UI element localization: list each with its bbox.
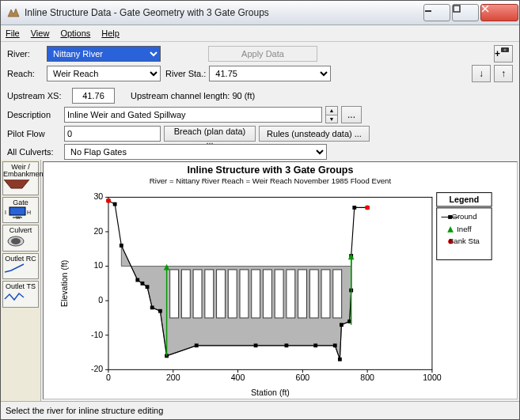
description-browse-button[interactable]: ... — [341, 106, 362, 123]
svg-text:H: H — [27, 210, 31, 215]
svg-text:Legend: Legend — [450, 195, 480, 204]
svg-text:River = Nittany River   Reach : River = Nittany River Reach = Weir Reach… — [150, 176, 392, 185]
tool-culvert[interactable]: Culvert — [2, 225, 39, 251]
app-icon — [7, 6, 20, 19]
svg-text:-20: -20 — [91, 364, 103, 373]
svg-text:Elevation (ft): Elevation (ft) — [59, 260, 69, 307]
svg-rect-40 — [170, 270, 179, 318]
menu-view[interactable]: View — [31, 28, 50, 38]
svg-point-80 — [106, 199, 111, 203]
svg-rect-51 — [298, 270, 307, 318]
upstream-len-label: Upstream channel length: 90 (ft) — [131, 91, 255, 100]
svg-text:0: 0 — [98, 295, 103, 305]
tool-outlet-rc[interactable]: Outlet RC — [2, 253, 39, 279]
reach-label: Reach: — [7, 69, 44, 78]
svg-rect-58 — [135, 278, 139, 282]
svg-text:0: 0 — [106, 373, 111, 382]
svg-rect-59 — [141, 282, 145, 286]
status-text: Select the river for inline structure ed… — [6, 406, 163, 415]
upstream-xs-label: Upstream XS: — [7, 91, 69, 100]
svg-text:Ground: Ground — [451, 212, 476, 221]
svg-text:I: I — [5, 210, 6, 215]
svg-rect-62 — [158, 309, 162, 313]
svg-rect-7 — [9, 207, 25, 215]
close-button[interactable] — [480, 4, 518, 21]
svg-point-5 — [503, 48, 506, 51]
pilot-flow-label: Pilot Flow — [7, 129, 61, 138]
svg-rect-68 — [333, 343, 337, 347]
up-button[interactable]: ↑ — [494, 65, 513, 82]
rules-button[interactable]: Rules (unsteady data) ... — [259, 126, 370, 142]
minimize-button[interactable] — [423, 4, 450, 21]
add-photo-button[interactable]: + — [494, 45, 513, 62]
river-select[interactable]: Nittany River — [47, 46, 161, 62]
outlet-rc-icon — [3, 263, 38, 277]
desc-down-spinner[interactable]: ▼ — [326, 115, 337, 123]
svg-text:Ineff: Ineff — [457, 225, 472, 233]
svg-text:Inline Structure with 3 Gate G: Inline Structure with 3 Gate Groups — [187, 165, 353, 176]
description-field[interactable] — [64, 107, 322, 123]
svg-point-12 — [11, 238, 21, 244]
weir-icon — [3, 179, 38, 193]
svg-rect-74 — [352, 206, 356, 210]
svg-text:Station (ft): Station (ft) — [251, 388, 290, 397]
svg-text:20: 20 — [93, 226, 103, 236]
svg-text:Bank Sta: Bank Sta — [449, 236, 480, 245]
reach-select[interactable]: Weir Reach — [47, 66, 161, 81]
plot-area: Inline Structure with 3 Gate GroupsRiver… — [43, 161, 518, 399]
all-culverts-select[interactable]: No Flap Gates — [64, 144, 327, 160]
svg-rect-48 — [263, 270, 271, 318]
river-sta-select[interactable]: 41.75 — [209, 66, 331, 81]
gate-icon: IHW — [3, 206, 38, 221]
apply-data-button[interactable]: Apply Data — [208, 46, 317, 62]
upstream-xs-field[interactable] — [72, 88, 115, 104]
svg-rect-66 — [284, 343, 288, 347]
tool-outlet-ts[interactable]: Outlet TS — [2, 281, 39, 307]
svg-rect-46 — [240, 270, 249, 318]
svg-text:600: 600 — [296, 373, 310, 382]
svg-marker-79 — [348, 254, 355, 260]
menu-help[interactable]: Help — [101, 28, 120, 38]
desc-up-spinner[interactable]: ▲ — [326, 107, 337, 115]
svg-text:800: 800 — [360, 373, 374, 382]
svg-rect-53 — [321, 270, 330, 318]
svg-rect-61 — [150, 305, 154, 309]
svg-rect-67 — [313, 343, 317, 347]
tool-weir[interactable]: Weir / Embankment — [2, 161, 39, 195]
svg-rect-50 — [287, 270, 295, 318]
tool-outlet-rc-label: Outlet RC — [3, 255, 38, 263]
window-title: Inline Structure Data - Gate Geometry wi… — [25, 7, 423, 18]
svg-rect-47 — [252, 270, 260, 318]
river-label: River: — [7, 49, 44, 59]
menu-options[interactable]: Options — [60, 28, 90, 38]
pilot-flow-field[interactable] — [64, 126, 161, 142]
down-button[interactable]: ↓ — [472, 65, 491, 82]
svg-rect-1 — [454, 6, 460, 12]
svg-rect-42 — [193, 270, 202, 318]
svg-text:10: 10 — [93, 260, 103, 270]
svg-rect-64 — [195, 343, 199, 347]
tool-culvert-label: Culvert — [3, 227, 38, 234]
svg-text:200: 200 — [166, 373, 180, 382]
svg-rect-57 — [120, 244, 123, 248]
tool-weir-label: Weir / Embankment — [3, 164, 38, 179]
svg-rect-56 — [113, 202, 117, 206]
culvert-icon — [3, 235, 38, 249]
tool-gate[interactable]: Gate IHW — [2, 197, 39, 223]
maximize-button[interactable] — [452, 4, 479, 21]
menu-file[interactable]: File — [6, 28, 20, 38]
tool-gate-label: Gate — [3, 199, 38, 206]
svg-text:400: 400 — [231, 373, 245, 382]
svg-text:1000: 1000 — [423, 373, 442, 382]
svg-text:30: 30 — [93, 191, 103, 201]
svg-text:W: W — [16, 215, 21, 220]
svg-rect-70 — [340, 323, 344, 327]
outlet-ts-icon — [3, 291, 38, 305]
breach-button[interactable]: Breach (plan data) ... — [164, 126, 256, 142]
svg-rect-69 — [338, 358, 342, 361]
svg-rect-65 — [254, 343, 258, 347]
svg-rect-43 — [205, 270, 214, 318]
svg-rect-60 — [146, 285, 150, 289]
svg-rect-41 — [181, 270, 190, 318]
svg-rect-45 — [228, 270, 237, 318]
